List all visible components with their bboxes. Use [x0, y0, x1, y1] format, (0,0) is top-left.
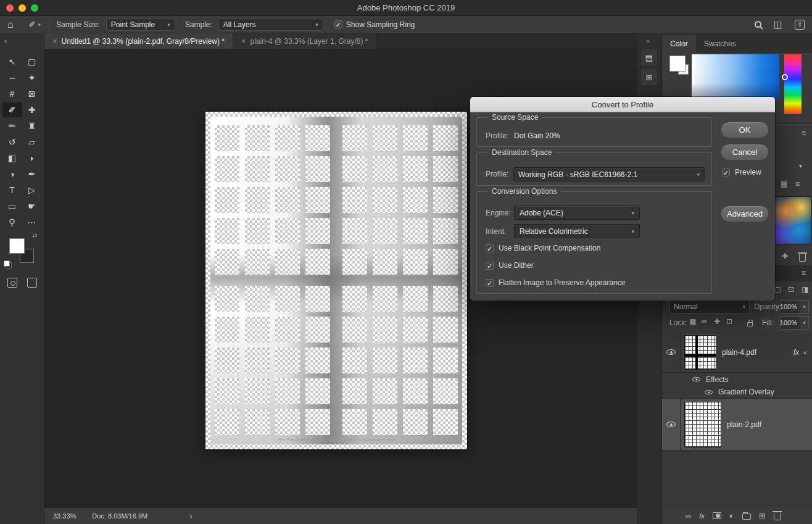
brush-tool[interactable]: ✏ — [2, 119, 22, 133]
link-layers-icon[interactable]: ∞ — [686, 511, 691, 520]
gradient-overlay-row[interactable]: Gradient Overlay — [662, 386, 812, 399]
layer-style-icon[interactable]: fx — [699, 512, 705, 520]
engine-select[interactable]: Adobe (ACE) ▾ — [514, 206, 640, 220]
pen-tool[interactable]: ✒ — [22, 167, 42, 181]
workspace-icon[interactable]: ◫ — [774, 19, 782, 30]
status-options-icon[interactable]: › — [189, 512, 192, 521]
effects-row[interactable]: Effects — [662, 373, 812, 386]
filter-shape-icon[interactable]: ▢ — [774, 286, 781, 293]
add-asset-icon[interactable]: ✚ — [782, 252, 788, 260]
collapsed-panel-button-2[interactable]: ⊞ — [641, 69, 657, 85]
default-colors-icon[interactable] — [4, 260, 12, 268]
layers-menu-icon[interactable]: ≡ — [802, 269, 806, 277]
eraser-tool[interactable]: ▱ — [22, 135, 42, 149]
fx-badge[interactable]: fx — [793, 348, 799, 357]
new-layer-icon[interactable]: ⊞ — [759, 511, 766, 520]
list-view-icon[interactable]: ≡ — [795, 180, 800, 188]
move-tool[interactable]: ↖ — [2, 54, 22, 69]
flatten-image-checkbox[interactable]: Flatten Image to Preserve Appearance — [486, 278, 625, 287]
blur-tool[interactable]: ◗ — [22, 151, 42, 165]
screen-mode-icon[interactable] — [27, 278, 37, 288]
visibility-toggle[interactable] — [662, 332, 681, 372]
color-foreground-swatch[interactable] — [669, 56, 686, 72]
delete-asset-icon[interactable] — [799, 254, 806, 262]
type-tool[interactable]: T — [2, 183, 22, 198]
hand-tool[interactable]: ☛ — [22, 199, 42, 214]
swap-colors-icon[interactable]: ⇄ — [32, 232, 37, 239]
blend-mode-select[interactable]: Normal ▾ — [669, 300, 750, 314]
document-canvas[interactable]: Free Plain Graph Paper from http://incom… — [205, 112, 467, 449]
collapse-dock-icon[interactable]: « — [646, 37, 650, 44]
history-brush-tool[interactable]: ↺ — [2, 135, 22, 149]
marquee-tool[interactable]: ▢ — [22, 54, 42, 69]
eye-icon[interactable] — [692, 377, 700, 382]
path-selection-tool[interactable]: ▷ — [22, 183, 42, 198]
crop-tool[interactable]: # — [2, 86, 22, 101]
layer-name[interactable]: plain-2.pdf — [727, 420, 761, 429]
color-spectrum-field[interactable] — [692, 54, 779, 99]
destination-profile-select[interactable]: Working RGB - sRGB IEC61966-2.1 ▾ — [513, 167, 705, 181]
share-icon[interactable]: ⇧ — [795, 20, 805, 30]
sample-select[interactable]: All Layers ▾ — [218, 19, 323, 31]
collapse-panel-icon[interactable]: « — [4, 37, 7, 44]
foreground-color-swatch[interactable] — [9, 238, 25, 254]
visibility-toggle[interactable] — [662, 399, 681, 450]
library-asset-thumbnail[interactable] — [774, 196, 811, 244]
collapsed-panel-button-1[interactable]: ▤ — [641, 49, 657, 65]
document-tab-untitled1[interactable]: × Untitled1 @ 33.3% (plain-2.pdf, Gray/8… — [44, 33, 233, 49]
frame-tool[interactable]: ⊠ — [22, 86, 42, 101]
intent-select[interactable]: Relative Colorimetric ▾ — [514, 224, 640, 238]
use-black-point-compensation-checkbox[interactable]: Use Black Point Compensation — [486, 244, 600, 252]
quick-selection-tool[interactable]: ✦ — [22, 70, 42, 85]
spot-healing-tool[interactable]: ✚ — [22, 102, 42, 117]
new-group-icon[interactable] — [742, 514, 751, 520]
close-tab-icon[interactable]: × — [52, 36, 57, 46]
show-sampling-ring-checkbox[interactable]: Show Sampling Ring — [334, 20, 415, 29]
close-tab-icon[interactable]: × — [241, 36, 246, 46]
hue-ramp[interactable] — [784, 54, 802, 114]
collapse-effects-icon[interactable]: ▴ — [803, 349, 806, 356]
layer-name[interactable]: plain-4.pdf — [722, 348, 756, 357]
fill-value-field[interactable]: 100% — [780, 316, 800, 330]
zoom-level-field[interactable]: 33.33% — [53, 512, 76, 520]
eyedropper-tool[interactable]: ✐ — [2, 102, 22, 117]
add-mask-icon[interactable] — [713, 512, 721, 519]
layer-row-plain-4[interactable]: plain-4.pdf fx ▴ — [662, 332, 812, 373]
dodge-tool[interactable]: ◑ — [2, 167, 22, 181]
panel-menu-icon[interactable]: ≡ — [802, 129, 806, 136]
layer-thumbnail[interactable] — [684, 335, 716, 370]
tool-preset-picker[interactable]: ✐ ▾ — [27, 19, 43, 30]
lock-all-icon[interactable] — [747, 322, 753, 326]
rectangle-tool[interactable]: ▭ — [2, 199, 22, 214]
dialog-titlebar[interactable]: Convert to Profile — [470, 97, 775, 112]
lasso-tool[interactable]: ∽ — [2, 70, 22, 85]
color-spectrum-cursor[interactable] — [782, 74, 788, 80]
opacity-chevron[interactable]: ▾ — [800, 300, 809, 314]
document-tab-plain-4[interactable]: × plain-4 @ 33.3% (Layer 1, Gray/8) * — [233, 33, 377, 49]
clone-stamp-tool[interactable]: ♜ — [22, 119, 42, 133]
gradient-tool[interactable]: ◧ — [2, 151, 22, 165]
quick-mask-icon[interactable] — [7, 278, 17, 288]
use-dither-checkbox[interactable]: Use Dither — [486, 261, 534, 270]
lock-paint-icon[interactable]: ✏ — [702, 318, 708, 325]
lock-artboard-icon[interactable]: ⊡ — [726, 318, 732, 325]
tab-color[interactable]: Color — [662, 35, 696, 53]
filter-toggle-icon[interactable]: ◨ — [802, 286, 808, 293]
advanced-button[interactable]: Advanced — [721, 206, 769, 222]
filter-smart-object-icon[interactable]: ⊡ — [788, 286, 794, 293]
ok-button[interactable]: OK — [721, 122, 769, 138]
fill-chevron[interactable]: ▾ — [800, 316, 809, 330]
sample-size-select[interactable]: Point Sample ▾ — [106, 19, 175, 31]
home-icon[interactable]: ⌂ — [7, 20, 14, 30]
adjustment-layer-icon[interactable]: ◐ — [729, 511, 734, 520]
tab-swatches[interactable]: Swatches — [696, 35, 744, 53]
grid-view-icon[interactable]: ▦ — [781, 180, 787, 188]
layer-thumbnail[interactable] — [684, 402, 721, 447]
lock-transparency-icon[interactable]: ▦ — [689, 318, 696, 325]
zoom-tool[interactable]: ⚲ — [2, 215, 22, 230]
preview-checkbox[interactable]: Preview — [722, 168, 761, 177]
delete-layer-icon[interactable] — [774, 513, 781, 520]
edit-toolbar[interactable]: ⋯ — [22, 215, 42, 230]
opacity-value-field[interactable]: 100% — [780, 300, 800, 314]
chevron-down-icon[interactable]: ▾ — [799, 163, 802, 169]
